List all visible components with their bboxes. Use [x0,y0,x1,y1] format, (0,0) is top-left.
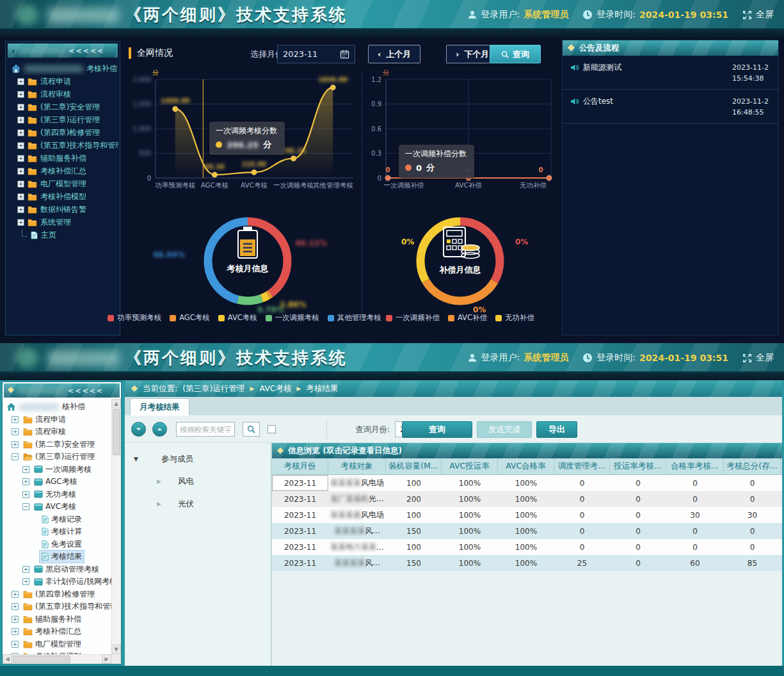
column-header[interactable]: 考核对象 [328,458,386,474]
plus-toggle-icon[interactable]: + [17,104,24,111]
triangle-down-icon[interactable]: ▼ [134,456,138,462]
column-header[interactable]: 考核总分(存... [724,458,781,474]
plus-toggle-icon[interactable]: + [22,491,29,498]
tree-item-selected[interactable]: 考核结果 [6,551,111,563]
tree-item[interactable]: +电厂模型管理 [11,177,118,190]
column-header[interactable]: 调度管理考... [554,458,610,474]
legend-item[interactable]: 无功补偿 [495,313,534,323]
tree-item-root[interactable]: 核补偿 [6,401,111,414]
tree-item-home[interactable]: 主页 [11,229,118,241]
plus-toggle-icon[interactable]: + [12,441,19,448]
plus-toggle-icon[interactable]: + [12,641,19,648]
legend-item[interactable]: AGC考核 [170,313,210,323]
minus-toggle-icon[interactable]: − [12,453,19,460]
query-button[interactable]: 查询 [402,421,472,438]
table-row[interactable]: 2023-11某某某森风电场100100%100%003030 [272,507,782,523]
sidebar-collapse-header[interactable]: <<<<< [4,383,120,398]
tree-item[interactable]: 考核计算 [6,526,111,538]
column-header[interactable]: 考核月份 [272,458,328,474]
announcement-item[interactable]: 公告test2023-11-216:48:55 [563,90,778,124]
legend-item[interactable]: 功率预测考核 [108,313,161,323]
send-complete-button[interactable]: 发送完成 [477,421,532,438]
tree-item[interactable]: +考核补偿汇总 [6,625,111,638]
plus-toggle-icon[interactable]: + [22,478,29,485]
tree-item[interactable]: +黑启动管理考核 [6,563,111,576]
tree-item[interactable]: 考核记录 [6,513,111,526]
tree-item[interactable]: +流程审核 [11,88,118,101]
tree-item[interactable]: +辅助服务补偿 [11,152,118,165]
tree-item[interactable]: +AGC考核 [6,476,111,488]
tree-item[interactable]: +一次调频考核 [6,463,111,476]
legend-item[interactable]: 一次调频补偿 [386,313,440,323]
tree-item[interactable]: +流程申请 [6,414,111,426]
tree-item[interactable]: +辅助服务补偿 [6,613,111,626]
plus-toggle-icon[interactable]: + [22,566,29,573]
plus-toggle-icon[interactable]: + [12,628,19,635]
tree-item[interactable]: +考核补偿模型 [11,190,118,203]
collapse-all-button[interactable] [152,422,167,437]
scroll-down-icon[interactable]: ▼ [111,645,121,654]
plus-toggle-icon[interactable]: + [12,616,19,623]
scroll-right-icon[interactable]: ▶ [102,654,111,664]
plus-toggle-icon[interactable]: + [17,91,24,98]
tree-item-root[interactable]: 考核补偿 [11,62,118,75]
tree-item[interactable]: +(第四章)检修管理 [11,126,118,139]
prev-month-button[interactable]: ‹上个月 [368,45,420,63]
search-button[interactable] [243,422,260,437]
table-row[interactable]: 2023-11某某电力某某...100100%100%0000 [272,539,782,555]
plus-toggle-icon[interactable]: + [17,181,24,188]
tree-item[interactable]: +考核补偿汇总 [11,165,118,177]
announcement-item[interactable]: 新能源测试2023-11-215:54:38 [563,56,778,90]
table-row[interactable]: 2023-11某某某某风电场100100%100%0000 [272,475,782,491]
sidebar-collapse-header[interactable]: ‹ <<<<< [8,44,118,58]
triangle-right-icon[interactable]: ▶ [157,478,161,485]
scroll-left-icon[interactable]: ◀ [3,654,12,664]
tree-item[interactable]: +(第五章)技术指导和管理 [11,139,118,152]
tree-item[interactable]: +电厂模型管理 [6,638,111,651]
fuzzy-search-input[interactable] [176,422,235,437]
plus-toggle-icon[interactable]: + [17,219,24,226]
tree-item[interactable]: +无功考核 [6,488,111,501]
plus-toggle-icon[interactable]: + [17,117,24,124]
horizontal-scrollbar[interactable]: ◀ ▶ [3,654,111,664]
column-header[interactable]: 装机容量(M... [386,458,442,474]
tree-item[interactable]: +(第二章)安全管理 [6,439,111,451]
breadcrumb-item[interactable]: AVC考核 [259,383,291,394]
filter-checkbox[interactable] [268,425,276,433]
tree-item[interactable]: +数据纠错告警 [11,203,118,216]
plus-toggle-icon[interactable]: + [17,78,24,85]
plus-toggle-icon[interactable]: + [12,603,19,610]
plus-toggle-icon[interactable]: + [12,591,19,598]
tree-item[interactable]: +(第四章)检修管理 [6,588,111,601]
query-button[interactable]: 查询 [490,45,541,63]
tab-monthly-results[interactable]: 月考核结果 [130,398,189,415]
plus-toggle-icon[interactable]: + [17,206,24,213]
member-tree-item[interactable]: ▶风电 [134,474,271,488]
plus-toggle-icon[interactable]: + [22,578,29,585]
column-header[interactable]: 合格率考核... [666,458,724,474]
plus-toggle-icon[interactable]: + [17,193,24,200]
tree-item[interactable]: +流程审核 [6,426,111,439]
member-tree-item[interactable]: ▶光伏 [134,497,271,511]
plus-toggle-icon[interactable]: + [17,168,24,175]
plus-toggle-icon[interactable]: + [12,416,19,423]
tree-item[interactable]: 免考设置 [6,538,111,551]
triangle-right-icon[interactable]: ▶ [157,501,161,507]
scrollbar-thumb[interactable] [113,409,120,455]
member-tree-root[interactable]: ▼ 参与成员 [134,452,271,466]
plus-toggle-icon[interactable]: + [17,155,24,162]
legend-item[interactable]: AVC补偿 [448,313,487,323]
column-header[interactable]: AVC合格率 [498,458,554,474]
expand-all-button[interactable] [131,422,146,437]
tree-item[interactable]: +(第三章)运行管理 [11,113,118,126]
legend-item[interactable]: 一次调频考核 [266,313,319,323]
plus-toggle-icon[interactable]: + [12,428,19,435]
plus-toggle-icon[interactable]: + [17,142,24,149]
tree-item[interactable]: −(第三章)运行管理 [6,451,111,463]
scroll-up-icon[interactable]: ▲ [111,399,121,408]
fullscreen-button[interactable]: 全屏 [742,352,774,364]
table-row[interactable]: 2023-11某某某某风...150100%100%2506085 [272,555,782,571]
legend-item[interactable]: AVC考核 [218,313,257,323]
plus-toggle-icon[interactable]: + [22,466,29,473]
tree-item[interactable]: +非计划停运/脱网考核 [6,575,111,588]
